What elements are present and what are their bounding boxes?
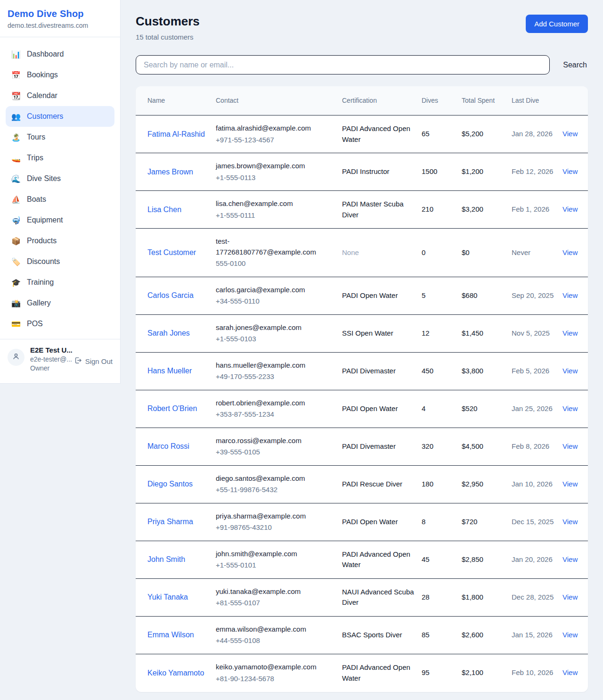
- customer-contact-cell: sarah.jones@example.com +1-555-0103: [216, 315, 342, 352]
- trips-icon: 🚤: [11, 154, 21, 163]
- customer-name-link[interactable]: Hans Mueller: [147, 365, 192, 376]
- search-input[interactable]: [136, 55, 550, 74]
- sidebar-item-training[interactable]: 🎓Training: [6, 272, 114, 293]
- view-customer-link[interactable]: View: [562, 404, 578, 412]
- view-customer-link[interactable]: View: [562, 205, 578, 213]
- customer-dives: 1500: [422, 159, 462, 185]
- view-customer-link[interactable]: View: [562, 668, 578, 676]
- customer-name-link[interactable]: Emma Wilson: [147, 629, 194, 640]
- customer-name-link[interactable]: Yuki Tanaka: [147, 592, 188, 602]
- pos-icon: 💳: [11, 320, 21, 329]
- customer-name-cell: Test Customer: [147, 239, 216, 266]
- customer-name-link[interactable]: Robert O'Brien: [147, 403, 197, 414]
- customer-dives: 210: [422, 197, 462, 222]
- customer-actions-cell: View: [562, 660, 584, 686]
- sign-out-label: Sign Out: [85, 357, 113, 365]
- sidebar-item-equipment[interactable]: 🤿Equipment: [6, 210, 114, 231]
- column-header-actions: [562, 96, 577, 106]
- main-content: Customers 15 total customers Add Custome…: [121, 0, 603, 700]
- customer-name-link[interactable]: Marco Rossi: [147, 441, 189, 452]
- view-customer-link[interactable]: View: [562, 130, 578, 138]
- customer-name-link[interactable]: James Brown: [147, 166, 193, 177]
- customer-email: sarah.jones@example.com: [216, 322, 325, 333]
- customer-phone: +353-87-555-1234: [216, 409, 335, 420]
- customer-phone: +1-555-0113: [216, 173, 335, 183]
- table-row: Robert O'Brien robert.obrien@example.com…: [136, 390, 588, 428]
- customer-name-cell: Robert O'Brien: [147, 395, 216, 422]
- add-customer-button[interactable]: Add Customer: [526, 15, 588, 33]
- sidebar-item-customers[interactable]: 👥Customers: [6, 106, 114, 127]
- customer-name-link[interactable]: John Smith: [147, 554, 185, 565]
- customer-actions-cell: View: [562, 396, 584, 422]
- sidebar-item-dashboard[interactable]: 📊Dashboard: [6, 44, 114, 65]
- sidebar-item-calendar[interactable]: 📆Calendar: [6, 85, 114, 106]
- brand-domain: demo.test.divestreams.com: [8, 22, 113, 29]
- sidebar-item-products[interactable]: 📦Products: [6, 231, 114, 251]
- customer-name-link[interactable]: Sarah Jones: [147, 328, 190, 338]
- view-customer-link[interactable]: View: [562, 329, 578, 337]
- view-customer-link[interactable]: View: [562, 593, 578, 601]
- view-customer-link[interactable]: View: [562, 291, 578, 299]
- customer-contact-cell: priya.sharma@example.com +91-98765-43210: [216, 503, 342, 541]
- customer-actions-cell: View: [562, 547, 584, 573]
- customer-email: fatima.alrashid@example.com: [216, 123, 325, 134]
- customer-contact-cell: fatima.alrashid@example.com +971-55-123-…: [216, 115, 342, 153]
- sidebar-item-trips[interactable]: 🚤Trips: [6, 148, 114, 168]
- sidebar-user-section: E2E Test U... e2e-tester@... Owner Sign …: [0, 339, 120, 383]
- customer-name-link[interactable]: Diego Santos: [147, 478, 193, 489]
- customer-contact-cell: lisa.chen@example.com +1-555-0111: [216, 191, 342, 228]
- column-header-dives: Dives: [422, 91, 462, 111]
- customer-name-link[interactable]: Test Customer: [147, 247, 196, 258]
- view-customer-link[interactable]: View: [562, 631, 578, 639]
- view-customer-link[interactable]: View: [562, 555, 578, 563]
- table-row: Diego Santos diego.santos@example.com +5…: [136, 466, 588, 503]
- customer-name-cell: Carlos Garcia: [147, 282, 216, 309]
- table-row: Marco Rossi marco.rossi@example.com +39-…: [136, 428, 588, 466]
- view-customer-link[interactable]: View: [562, 480, 578, 488]
- customer-count: 15 total customers: [136, 33, 200, 41]
- customer-name-link[interactable]: Carlos Garcia: [147, 290, 194, 301]
- view-customer-link[interactable]: View: [562, 248, 578, 256]
- sidebar-item-tours[interactable]: 🏝️Tours: [6, 127, 114, 148]
- customer-total-spent: $520: [462, 396, 512, 422]
- customers-table: Name Contact Certification Dives Total S…: [136, 86, 588, 692]
- customer-contact-cell: hans.mueller@example.com +49-170-555-223…: [216, 353, 342, 390]
- table-row: Test Customer test-1772681807767@example…: [136, 229, 588, 277]
- user-block: E2E Test U... e2e-tester@... Owner: [30, 346, 68, 372]
- customer-phone: +49-170-555-2233: [216, 371, 335, 382]
- view-customer-link[interactable]: View: [562, 518, 578, 526]
- customer-dives: 5: [422, 283, 462, 309]
- sidebar-item-label: Customers: [27, 112, 63, 121]
- sidebar-item-boats[interactable]: ⛵Boats: [6, 189, 114, 210]
- view-customer-link[interactable]: View: [562, 442, 578, 450]
- sidebar-item-discounts[interactable]: 🏷️Discounts: [6, 251, 114, 272]
- customer-name-link[interactable]: Lisa Chen: [147, 204, 181, 215]
- user-email: e2e-tester@...: [30, 355, 68, 363]
- sidebar-item-dive-sites[interactable]: 🌊Dive Sites: [6, 168, 114, 189]
- customer-name-link[interactable]: Keiko Yamamoto: [147, 667, 204, 678]
- customer-total-spent: $2,850: [462, 547, 512, 573]
- search-button[interactable]: Search: [562, 58, 588, 72]
- customer-phone: +971-55-123-4567: [216, 135, 335, 146]
- customer-total-spent: $2,950: [462, 471, 512, 497]
- customer-name-link[interactable]: Fatima Al-Rashid: [147, 129, 205, 140]
- customer-last-dive: Feb 10, 2026: [512, 660, 562, 686]
- sign-out-button[interactable]: Sign Out: [74, 356, 113, 366]
- customer-last-dive: Nov 5, 2025: [512, 321, 562, 346]
- customer-total-spent: $2,600: [462, 622, 512, 648]
- sidebar-item-bookings[interactable]: 📅Bookings: [6, 65, 114, 85]
- view-customer-link[interactable]: View: [562, 167, 578, 175]
- customer-dives: 180: [422, 471, 462, 497]
- customer-name-cell: James Brown: [147, 159, 216, 185]
- customer-certification: BSAC Sports Diver: [342, 622, 422, 648]
- sidebar-item-gallery[interactable]: 📸Gallery: [6, 293, 114, 313]
- customers-icon: 👥: [11, 112, 21, 121]
- customer-certification: SSI Open Water: [342, 321, 422, 346]
- customer-name-link[interactable]: Priya Sharma: [147, 516, 193, 527]
- view-customer-link[interactable]: View: [562, 367, 578, 375]
- customer-email: john.smith@example.com: [216, 549, 325, 560]
- sidebar-item-label: Dive Sites: [27, 174, 61, 183]
- customer-phone: +91-98765-43210: [216, 522, 335, 533]
- customer-name-cell: Yuki Tanaka: [147, 584, 216, 610]
- sidebar-item-pos[interactable]: 💳POS: [6, 313, 114, 334]
